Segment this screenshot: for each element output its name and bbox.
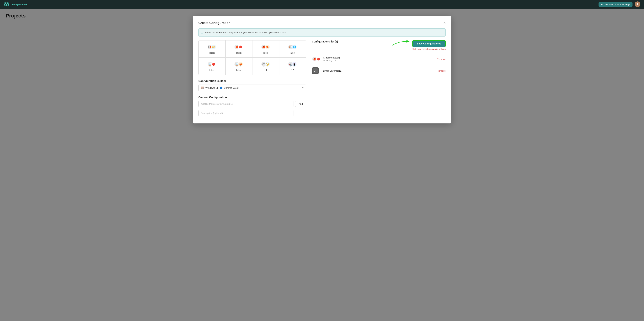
- info-banner-text: Select or Create the configuration/s you…: [204, 31, 287, 34]
- config-cell-mac-safari[interactable]: 🍎 🧭 latest: [198, 40, 226, 58]
- remove-button-1[interactable]: Remove: [437, 58, 446, 60]
- samsung-browser-icon: 📱: [292, 62, 297, 67]
- cell-label-3: latest: [263, 52, 268, 54]
- config-item-left-2: ✗ Linux:Chrome:12: [312, 67, 342, 74]
- config-item-icons-2: ✗: [312, 67, 321, 74]
- info-icon: ℹ: [202, 31, 202, 34]
- custom-section-title: Custom Configuration: [198, 96, 306, 99]
- config-cell-mac-firefox[interactable]: 🍎 🦊 latest: [252, 40, 279, 58]
- config-item-name: Chrome (latest): [323, 56, 340, 59]
- modal-header: Create Configuration ×: [198, 21, 446, 25]
- svg-point-2: [6, 4, 7, 5]
- cell-label-2: latest: [236, 52, 242, 54]
- config-cell-android-samsung[interactable]: 🤖 📱 17: [279, 58, 306, 75]
- configurations-list: 🍎 🔴 Chrome (latest) Monterey (12) Remove: [312, 53, 446, 76]
- config-builder-section: Configuration Builder 🪟 Windows 11 🔵 Chr…: [198, 79, 306, 91]
- description-input[interactable]: [198, 110, 294, 116]
- config-item-left: 🍎 🔴 Chrome (latest) Monterey (12): [312, 56, 340, 62]
- arrow-annotation: [390, 38, 412, 47]
- save-configurations-button[interactable]: Save Configuration/s: [412, 40, 446, 47]
- firefox-browser-icon: 🦊: [265, 44, 270, 50]
- chrome-icon-list: 🔴: [316, 56, 321, 62]
- config-item-icons: 🍎 🔴: [312, 56, 321, 62]
- configs-list-header: Configurations list (2): [312, 40, 338, 43]
- svg-point-3: [208, 46, 209, 48]
- left-panel: 🍎 🧭 latest: [198, 40, 306, 118]
- right-panel: Configurations list (2): [312, 40, 446, 118]
- config-list-item-2: ✗ Linux:Chrome:12 Remove: [312, 65, 446, 76]
- linux-icon: ✗: [312, 67, 319, 74]
- cell-label: latest: [209, 52, 214, 54]
- edge-browser-icon: 🌐: [292, 44, 297, 50]
- dropdown-left: 🪟 Windows 11 🔵 Chrome latest: [201, 87, 238, 89]
- custom-config-input[interactable]: [198, 101, 294, 107]
- config-grid-row-2: 🪟 🔴 latest 🪟 🦊: [198, 58, 306, 75]
- navbar-right: ⚙ Test Workspace Settings T: [598, 2, 640, 7]
- config-grid-row-1: 🍎 🧭 latest: [198, 40, 306, 58]
- chrome-browser-icon: 🔴: [238, 44, 243, 50]
- dropdown-os-label: Windows 11: [206, 87, 218, 89]
- config-cell-mac-chrome[interactable]: 🍎 🔴 latest: [226, 40, 252, 58]
- dropdown-browser-label: Chrome latest: [224, 87, 238, 89]
- cell-label-8: 17: [292, 69, 294, 71]
- workspace-settings-label: Test Workspace Settings: [604, 3, 630, 6]
- config-cell-win-firefox[interactable]: 🪟 🦊 latest: [226, 58, 252, 75]
- config-item-info-2: Linux:Chrome:12: [323, 69, 342, 72]
- cell-label-6: latest: [236, 69, 242, 71]
- safari-browser-icon: 🧭: [211, 44, 216, 50]
- logo: qualitywatcher: [4, 2, 27, 7]
- safari-browser-icon-2: 🧭: [265, 62, 270, 67]
- workspace-settings-button[interactable]: ⚙ Test Workspace Settings: [598, 2, 632, 7]
- modal-title: Create Configuration: [198, 21, 230, 25]
- custom-config-row: Add: [198, 101, 306, 118]
- cell-label-4: latest: [290, 52, 295, 54]
- config-item-sub: Monterey (12): [323, 59, 340, 62]
- add-button[interactable]: Add: [295, 101, 306, 107]
- page-background: Projects Create Configuration × ℹ Select…: [0, 9, 644, 321]
- create-configuration-modal: Create Configuration × ℹ Select or Creat…: [192, 16, 452, 123]
- remove-button-2[interactable]: Remove: [437, 69, 446, 72]
- config-builder-dropdown[interactable]: 🪟 Windows 11 🔵 Chrome latest ▾: [198, 85, 306, 91]
- config-cell-mac-edge[interactable]: 🪟 🌐 latest: [279, 40, 306, 58]
- info-banner: ℹ Select or Create the configuration/s y…: [198, 29, 446, 37]
- config-grid: 🍎 🧭 latest: [198, 40, 306, 75]
- cell-label-5: latest: [209, 69, 214, 71]
- custom-config-section: Custom Configuration Add: [198, 96, 306, 118]
- config-item-info: Chrome (latest) Monterey (12): [323, 56, 340, 62]
- config-cell-ios-safari[interactable]: iOS 🧭 14: [252, 58, 279, 75]
- config-item-name-2: Linux:Chrome:12: [323, 69, 342, 72]
- logo-icon: [4, 2, 9, 7]
- modal-overlay: Create Configuration × ℹ Select or Creat…: [0, 9, 644, 321]
- svg-text:✗: ✗: [314, 69, 316, 72]
- chrome-emoji: 🔵: [220, 87, 222, 89]
- custom-config-inputs: [198, 101, 294, 118]
- user-avatar[interactable]: T: [635, 2, 640, 7]
- builder-section-title: Configuration Builder: [198, 79, 306, 82]
- config-list-item: 🍎 🔴 Chrome (latest) Monterey (12) Remove: [312, 53, 446, 65]
- modal-close-button[interactable]: ×: [443, 21, 446, 25]
- navbar: qualitywatcher ⚙ Test Workspace Settings…: [0, 0, 644, 9]
- settings-icon: ⚙: [601, 3, 603, 6]
- cell-label-7: 14: [264, 69, 267, 71]
- config-cell-win-chrome[interactable]: 🪟 🔴 latest: [198, 58, 226, 75]
- firefox-browser-icon-2: 🦊: [238, 62, 243, 67]
- windows-emoji: 🪟: [201, 87, 204, 89]
- chrome-browser-icon-2: 🔴: [211, 62, 216, 67]
- modal-body: 🍎 🧭 latest: [198, 40, 446, 118]
- logo-text: qualitywatcher: [11, 3, 27, 6]
- save-hint: Click to save test run configurations: [412, 48, 446, 50]
- chevron-down-icon: ▾: [302, 87, 304, 89]
